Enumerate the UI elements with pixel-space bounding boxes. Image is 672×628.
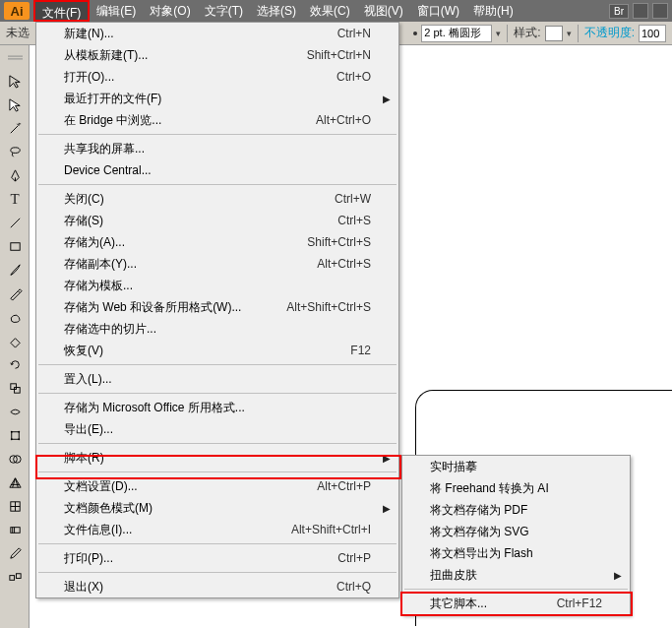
svg-rect-0 <box>8 55 23 56</box>
file_menu-item[interactable]: 存储选中的切片... <box>36 318 398 340</box>
file_menu-item[interactable]: 打开(O)...Ctrl+O <box>36 66 398 88</box>
menu-item-label: 从模板新建(T)... <box>64 47 307 64</box>
svg-rect-6 <box>14 387 20 393</box>
selection-tool-icon[interactable] <box>0 69 30 93</box>
svg-line-3 <box>10 218 19 226</box>
file_menu-item[interactable]: 从模板新建(T)...Shift+Ctrl+N <box>36 44 398 66</box>
opacity-label[interactable]: 不透明度: <box>584 25 635 41</box>
chevron-down-icon[interactable]: ▾ <box>567 29 572 38</box>
file_menu-item[interactable]: 打印(P)...Ctrl+P <box>36 547 398 569</box>
pencil-tool-icon[interactable] <box>0 282 30 305</box>
menu-separator <box>404 589 628 590</box>
file_menu-item[interactable]: 退出(X)Ctrl+Q <box>36 576 398 597</box>
submenu-item[interactable]: 实时描摹 <box>402 456 630 477</box>
menu-item-label: 将文档存储为 PDF <box>430 502 602 519</box>
menu-select[interactable]: 选择(S) <box>250 0 303 22</box>
menu-item-label: 关闭(C) <box>64 191 335 208</box>
rotate-tool-icon[interactable] <box>0 352 30 376</box>
submenu-item[interactable]: 将文档存储为 SVG <box>402 521 630 542</box>
menu-separator <box>38 443 397 444</box>
menu-help[interactable]: 帮助(H) <box>466 0 520 22</box>
paintbrush-tool-icon[interactable] <box>0 258 30 282</box>
type-tool-icon[interactable]: T <box>0 187 30 211</box>
stroke-value-input[interactable] <box>421 25 492 42</box>
file_menu-item[interactable]: Device Central... <box>36 159 398 181</box>
file_menu-item[interactable]: 文件信息(I)...Alt+Shift+Ctrl+I <box>36 519 398 540</box>
pen-tool-icon[interactable] <box>0 163 30 187</box>
opacity-input[interactable] <box>639 25 666 42</box>
menu-item-label: 文档颜色模式(M) <box>64 500 371 517</box>
file_menu-item[interactable]: 存储为 Microsoft Office 所用格式... <box>36 397 398 418</box>
style-swatch[interactable] <box>545 26 563 41</box>
file_menu-item[interactable]: 存储为模板... <box>36 275 398 296</box>
file_menu-item[interactable]: 文档颜色模式(M)▶ <box>36 497 398 519</box>
menu-view[interactable]: 视图(V) <box>357 0 410 22</box>
file_menu-item[interactable]: 存储为(A)...Shift+Ctrl+S <box>36 231 398 253</box>
menu-item-label: 扭曲皮肤 <box>430 567 602 584</box>
eraser-tool-icon[interactable] <box>0 329 30 352</box>
blob-brush-tool-icon[interactable] <box>0 305 30 329</box>
submenu-arrow-icon: ▶ <box>614 570 622 581</box>
submenu-item[interactable]: 其它脚本...Ctrl+F12 <box>402 593 630 614</box>
file_menu-item[interactable]: 存储(S)Ctrl+S <box>36 210 398 231</box>
arrange-icon[interactable] <box>633 3 648 19</box>
shape-builder-tool-icon[interactable] <box>0 447 30 471</box>
file_menu-item[interactable]: 关闭(C)Ctrl+W <box>36 188 398 210</box>
chevron-down-icon[interactable]: ▾ <box>496 29 501 38</box>
toolbox-grip[interactable] <box>0 45 30 69</box>
menu-type[interactable]: 文字(T) <box>198 0 250 22</box>
gradient-tool-icon[interactable] <box>0 518 30 541</box>
file_menu-item[interactable]: 存储副本(Y)...Alt+Ctrl+S <box>36 253 398 275</box>
submenu-item[interactable]: 将文档导出为 Flash <box>402 542 630 564</box>
screen-mode-icon[interactable] <box>652 3 668 19</box>
submenu-item[interactable]: 将 Freehand 转换为 AI <box>402 477 630 499</box>
perspective-grid-tool-icon[interactable] <box>0 471 30 494</box>
menu-item-shortcut: Ctrl+F12 <box>557 597 602 610</box>
file_menu-item[interactable]: 新建(N)...Ctrl+N <box>36 23 398 44</box>
file_menu-item[interactable]: 脚本(R)▶ <box>36 447 398 469</box>
menu-item-shortcut: Alt+Shift+Ctrl+I <box>291 523 371 536</box>
menu-edit[interactable]: 编辑(E) <box>90 0 143 22</box>
width-tool-icon[interactable] <box>0 400 30 423</box>
submenu-item[interactable]: 将文档存储为 PDF <box>402 499 630 521</box>
file_menu-item[interactable]: 在 Bridge 中浏览...Alt+Ctrl+O <box>36 109 398 131</box>
file_menu-item[interactable]: 共享我的屏幕... <box>36 138 398 159</box>
svg-point-10 <box>10 438 12 440</box>
style-label: 样式: <box>514 25 540 41</box>
menu-item-label: 其它脚本... <box>430 596 557 612</box>
menu-item-label: 文档设置(D)... <box>64 478 317 495</box>
menu-item-label: 将 Freehand 转换为 AI <box>430 480 602 497</box>
submenu-item[interactable]: 扭曲皮肤▶ <box>402 564 630 586</box>
eyedropper-tool-icon[interactable] <box>0 541 30 565</box>
menu-separator <box>38 364 397 365</box>
file_menu-item[interactable]: 最近打开的文件(F)▶ <box>36 88 398 109</box>
scale-tool-icon[interactable] <box>0 376 30 400</box>
menu-window[interactable]: 窗口(W) <box>410 0 466 22</box>
blend-tool-icon[interactable] <box>0 565 30 589</box>
file_menu-item[interactable]: 导出(E)... <box>36 418 398 440</box>
file_menu-item[interactable]: 存储为 Web 和设备所用格式(W)...Alt+Shift+Ctrl+S <box>36 296 398 318</box>
magic-wand-tool-icon[interactable] <box>0 116 30 140</box>
file_menu-item[interactable]: 置入(L)... <box>36 368 398 390</box>
menu-item-label: 存储为 Microsoft Office 所用格式... <box>64 400 371 416</box>
rectangle-tool-icon[interactable] <box>0 234 30 258</box>
menu-file[interactable]: 文件(F) <box>33 0 90 22</box>
file_menu-item[interactable]: 文档设置(D)...Alt+Ctrl+P <box>36 475 398 497</box>
direct-selection-tool-icon[interactable] <box>0 93 30 116</box>
svg-rect-21 <box>16 573 21 578</box>
menu-item-shortcut: Ctrl+S <box>337 214 371 227</box>
file_menu-item[interactable]: 恢复(V)F12 <box>36 340 398 361</box>
svg-rect-5 <box>10 383 16 389</box>
menu-item-label: 打开(O)... <box>64 69 336 86</box>
bridge-badge[interactable]: Br <box>609 4 629 19</box>
menu-object[interactable]: 对象(O) <box>143 0 197 22</box>
menu-item-shortcut: Alt+Ctrl+P <box>317 479 371 493</box>
line-tool-icon[interactable] <box>0 211 30 234</box>
menu-item-label: Device Central... <box>64 163 371 177</box>
free-transform-tool-icon[interactable] <box>0 423 30 447</box>
menu-effect[interactable]: 效果(C) <box>303 0 357 22</box>
mesh-tool-icon[interactable] <box>0 494 30 518</box>
menu-item-label: 文件信息(I)... <box>64 522 291 538</box>
lasso-tool-icon[interactable] <box>0 140 30 163</box>
menu-item-label: 存储选中的切片... <box>64 321 371 338</box>
